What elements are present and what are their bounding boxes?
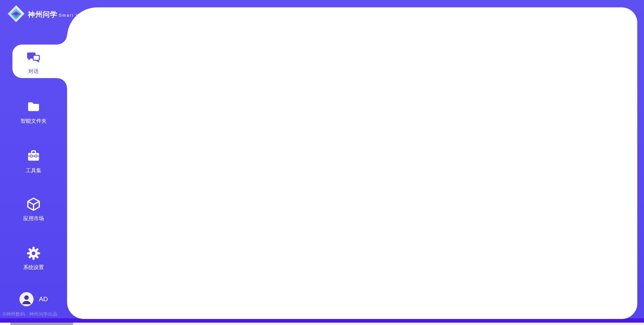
user-account[interactable]: AD (19, 292, 48, 306)
cube-icon (25, 196, 42, 213)
sidebar-item-label: 对话 (0, 68, 67, 75)
horizontal-scrollbar[interactable] (0, 323, 644, 325)
sidebar-item-toolset[interactable]: 工具集 (0, 149, 67, 174)
sidebar-item-label: 应用市场 (0, 215, 67, 222)
brand-subtitle: Smart Vision (59, 13, 92, 18)
nav-pill-fillet-top (57, 35, 67, 45)
gear-icon (26, 246, 41, 262)
brand-logo: 神州问学 Smart Vision (7, 5, 92, 24)
brand-name: 神州问学 (28, 10, 57, 18)
scrollbar-corner (0, 323, 10, 325)
diamond-logo-icon (7, 5, 25, 24)
main-content-panel (67, 7, 637, 319)
nav-pill-fillet-bottom (57, 78, 67, 88)
copyright-text: ©神州数码 · 神州问学出品 (3, 311, 70, 317)
user-name: AD (39, 296, 48, 303)
sidebar-item-chat[interactable]: 对话 (0, 50, 67, 75)
chat-bubbles-icon (26, 50, 41, 66)
folder-icon (26, 99, 41, 116)
scrollbar-thumb[interactable] (10, 323, 73, 325)
sidebar-item-label: 系统设置 (0, 264, 67, 271)
sidebar-item-label: 智能文件夹 (0, 118, 67, 125)
sidebar-item-label: 工具集 (0, 167, 67, 174)
toolbox-icon (26, 149, 41, 166)
avatar (19, 292, 34, 306)
sidebar-item-settings[interactable]: 系统设置 (0, 246, 67, 271)
sidebar-item-app-market[interactable]: 应用市场 (0, 196, 67, 222)
sidebar-item-smart-folder[interactable]: 智能文件夹 (0, 99, 67, 125)
